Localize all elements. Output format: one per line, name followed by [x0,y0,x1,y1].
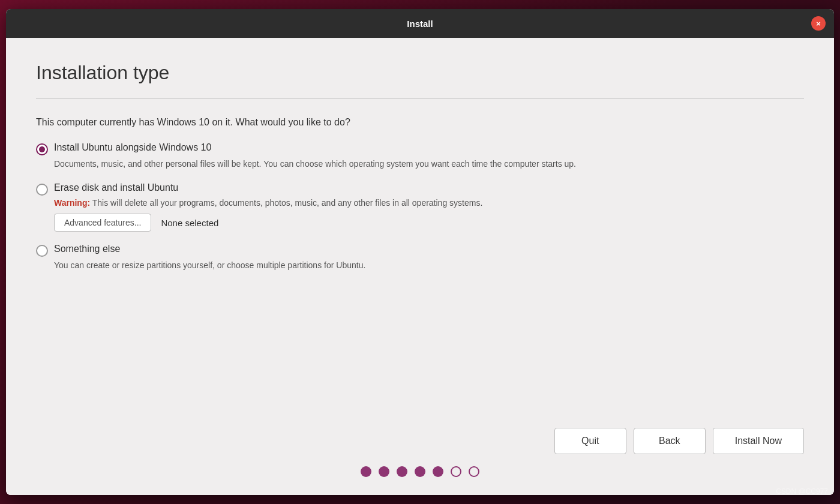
option-erase-row[interactable]: Erase disk and install Ubuntu [36,182,804,196]
option-alongside-row[interactable]: Install Ubuntu alongside Windows 10 [36,142,804,155]
watermark: CSDN @CC977 [776,487,828,496]
warning-label: Warning: [54,198,90,208]
pagination-dot-4 [415,466,425,477]
advanced-row: Advanced features... None selected [54,214,804,232]
close-button[interactable]: × [811,16,826,31]
window-title: Install [407,19,433,29]
warning-content: This will delete all your programs, docu… [90,198,482,208]
back-button[interactable]: Back [634,428,706,454]
option-alongside-label: Install Ubuntu alongside Windows 10 [54,142,211,153]
installer-window: Install × Installation type This compute… [6,9,834,495]
pagination-dot-7 [469,466,479,477]
option-something-else-desc: You can create or resize partitions your… [54,259,804,272]
pagination-dot-2 [379,466,389,477]
pagination-dot-3 [397,466,407,477]
advanced-features-button[interactable]: Advanced features... [54,214,151,232]
radio-alongside[interactable] [36,143,48,155]
option-erase-label: Erase disk and install Ubuntu [54,182,178,193]
pagination-dot-6 [451,466,461,477]
page-title: Installation type [36,62,804,84]
radio-alongside-fill [39,146,45,152]
options-list: Install Ubuntu alongside Windows 10 Docu… [36,142,804,272]
radio-something-else[interactable] [36,245,48,257]
option-something-else: Something else You can create or resize … [36,244,804,272]
install-now-button[interactable]: Install Now [713,428,804,454]
footer: Quit Back Install Now [36,428,804,477]
quit-button[interactable]: Quit [554,428,626,454]
main-content: Installation type This computer currentl… [6,38,834,495]
button-row: Quit Back Install Now [554,428,804,454]
divider [36,98,804,99]
option-alongside: Install Ubuntu alongside Windows 10 Docu… [36,142,804,170]
option-alongside-desc: Documents, music, and other personal fil… [54,158,804,170]
none-selected-label: None selected [161,218,218,228]
pagination-dot-5 [433,466,443,477]
option-erase: Erase disk and install Ubuntu Warning: T… [36,182,804,232]
question-text: This computer currently has Windows 10 o… [36,117,804,128]
titlebar: Install × [6,9,834,38]
option-something-else-row[interactable]: Something else [36,244,804,257]
radio-erase[interactable] [36,184,48,196]
option-something-else-label: Something else [54,244,120,254]
pagination-dot-1 [361,466,371,477]
pagination [361,466,479,477]
option-erase-warning: Warning: This will delete all your progr… [54,198,804,208]
